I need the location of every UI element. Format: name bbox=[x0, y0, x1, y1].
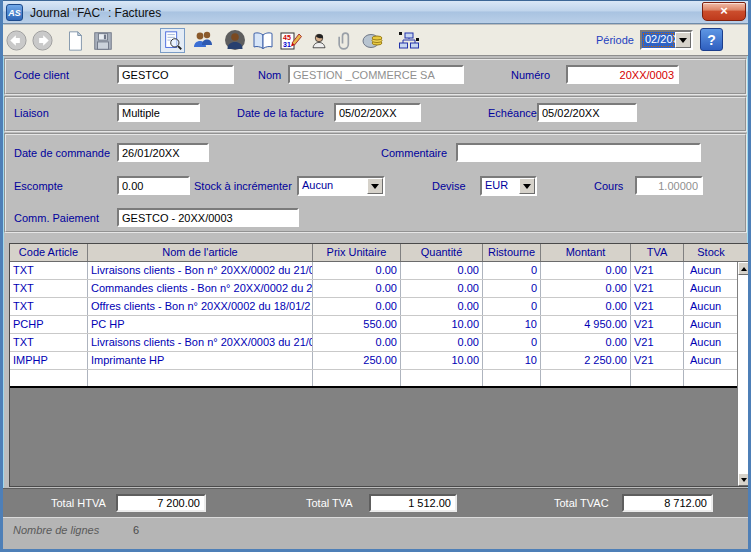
save-button[interactable] bbox=[90, 28, 115, 53]
stock-dropdown-button[interactable] bbox=[367, 178, 383, 194]
print-preview-icon bbox=[162, 30, 184, 52]
forward-icon bbox=[31, 29, 54, 52]
forward-button[interactable] bbox=[30, 28, 55, 53]
arrow-up-icon bbox=[741, 264, 747, 271]
chevron-down-icon bbox=[523, 184, 531, 193]
catalog-icon bbox=[251, 29, 275, 53]
table-header: Code Article Nom de l'article Prix Unita… bbox=[10, 244, 750, 262]
panel-client: Code client Nom Numéro bbox=[4, 58, 747, 95]
calendar-edit-icon: 4531 bbox=[279, 29, 303, 53]
cell: V21 bbox=[631, 334, 684, 351]
echeance-label: Echéance bbox=[488, 107, 537, 119]
totals-bar: Total HTVA Total TVA Total TVAC bbox=[3, 488, 748, 517]
cell: 0.00 bbox=[313, 298, 401, 315]
total-htva-input bbox=[116, 494, 206, 512]
stock-incrementer-value: Aucun bbox=[299, 178, 367, 194]
cell: Aucun bbox=[684, 298, 738, 315]
payment-button[interactable] bbox=[360, 28, 385, 53]
print-preview-button[interactable] bbox=[160, 28, 185, 53]
col-header-stock[interactable]: Stock bbox=[684, 244, 738, 261]
cell bbox=[10, 370, 88, 386]
arrow-down-icon bbox=[741, 478, 747, 485]
cell bbox=[401, 370, 483, 386]
escompte-input[interactable] bbox=[117, 176, 190, 195]
vertical-scrollbar[interactable] bbox=[737, 262, 750, 486]
attachment-button[interactable] bbox=[332, 28, 357, 53]
code-client-input[interactable] bbox=[117, 65, 234, 84]
svg-text:31: 31 bbox=[283, 41, 291, 48]
cell: 0.00 bbox=[401, 262, 483, 279]
table-row[interactable]: IMPHP Imprimante HP 250.00 10.00 10 2 25… bbox=[10, 352, 750, 370]
echeance-input[interactable] bbox=[537, 103, 637, 122]
cell: Aucun bbox=[684, 262, 738, 279]
period-combobox[interactable]: 02/20XX bbox=[640, 30, 693, 50]
escompte-label: Escompte bbox=[14, 180, 63, 192]
period-dropdown-button[interactable] bbox=[675, 32, 691, 48]
line-count-value: 6 bbox=[133, 524, 139, 536]
table-row[interactable]: PCHP PC HP 550.00 10.00 10 4 950.00 V21 … bbox=[10, 316, 750, 334]
cell: TXT bbox=[10, 262, 88, 279]
back-icon bbox=[5, 29, 28, 52]
customers-button[interactable] bbox=[190, 28, 215, 53]
back-button[interactable] bbox=[4, 28, 29, 53]
nom-label: Nom bbox=[258, 69, 281, 81]
col-header-montant[interactable]: Montant bbox=[541, 244, 631, 261]
app-icon: AS bbox=[6, 4, 23, 21]
toolbar: 4531 Période 02/20XX ? bbox=[0, 25, 751, 56]
cell: Livraisons clients - Bon n° 20XX/0003 du… bbox=[88, 334, 313, 351]
table-row[interactable]: TXT Livraisons clients - Bon n° 20XX/000… bbox=[10, 334, 750, 352]
liaison-input[interactable] bbox=[117, 103, 200, 122]
cell: 0.00 bbox=[541, 262, 631, 279]
attachment-icon bbox=[335, 30, 355, 52]
cell: IMPHP bbox=[10, 352, 88, 369]
sitemap-icon bbox=[397, 29, 421, 53]
col-header-code-article[interactable]: Code Article bbox=[10, 244, 88, 261]
cell: 10 bbox=[483, 352, 541, 369]
total-tvac-input bbox=[622, 494, 713, 512]
catalog-button[interactable] bbox=[250, 28, 275, 53]
col-header-quantite[interactable]: Quantité bbox=[401, 244, 483, 261]
table-row[interactable]: TXT Livraisons clients - Bon n° 20XX/000… bbox=[10, 262, 750, 280]
customer-button[interactable] bbox=[222, 28, 247, 53]
scroll-down-button[interactable] bbox=[738, 473, 750, 486]
col-header-nom-article[interactable]: Nom de l'article bbox=[88, 244, 313, 261]
scroll-up-button[interactable] bbox=[738, 262, 750, 275]
cell bbox=[631, 370, 684, 386]
app-window: AS Journal "FAC" : Factures × 4531 bbox=[0, 0, 751, 552]
table-row[interactable]: TXT Offres clients - Bon n° 20XX/0002 du… bbox=[10, 298, 750, 316]
cell: 10.00 bbox=[401, 352, 483, 369]
title-bar: AS Journal "FAC" : Factures × bbox=[0, 0, 751, 24]
numero-input[interactable] bbox=[566, 65, 679, 84]
date-facture-input[interactable] bbox=[334, 103, 421, 122]
devise-dropdown-button[interactable] bbox=[519, 178, 535, 194]
comm-paiement-input[interactable] bbox=[117, 208, 299, 227]
cell: Aucun bbox=[684, 352, 738, 369]
cell: V21 bbox=[631, 280, 684, 297]
date-commande-input[interactable] bbox=[117, 143, 209, 162]
col-header-tva[interactable]: TVA bbox=[631, 244, 684, 261]
cell bbox=[88, 370, 313, 386]
col-header-ristourne[interactable]: Ristourne bbox=[483, 244, 541, 261]
commentaire-input[interactable] bbox=[456, 143, 701, 162]
chevron-down-icon bbox=[679, 38, 687, 47]
cell: TXT bbox=[10, 298, 88, 315]
cours-input bbox=[635, 176, 703, 195]
help-button[interactable]: ? bbox=[700, 28, 723, 51]
calendar-edit-button[interactable]: 4531 bbox=[278, 28, 303, 53]
contact-button[interactable] bbox=[306, 28, 331, 53]
table-row[interactable]: TXT Commandes clients - Bon n° 20XX/0002… bbox=[10, 280, 750, 298]
col-header-prix-unitaire[interactable]: Prix Unitaire bbox=[313, 244, 401, 261]
table-row-empty[interactable] bbox=[10, 370, 750, 388]
close-button[interactable]: × bbox=[702, 2, 746, 21]
sitemap-button[interactable] bbox=[396, 28, 421, 53]
cell: 0.00 bbox=[401, 280, 483, 297]
devise-label: Devise bbox=[432, 180, 466, 192]
devise-combobox[interactable]: EUR bbox=[480, 176, 537, 196]
cell: V21 bbox=[631, 352, 684, 369]
new-document-icon bbox=[64, 30, 86, 52]
stock-incrementer-combobox[interactable]: Aucun bbox=[297, 176, 385, 196]
period-value: 02/20XX bbox=[642, 32, 675, 48]
cell bbox=[684, 370, 738, 386]
cell bbox=[541, 370, 631, 386]
new-document-button[interactable] bbox=[62, 28, 87, 53]
